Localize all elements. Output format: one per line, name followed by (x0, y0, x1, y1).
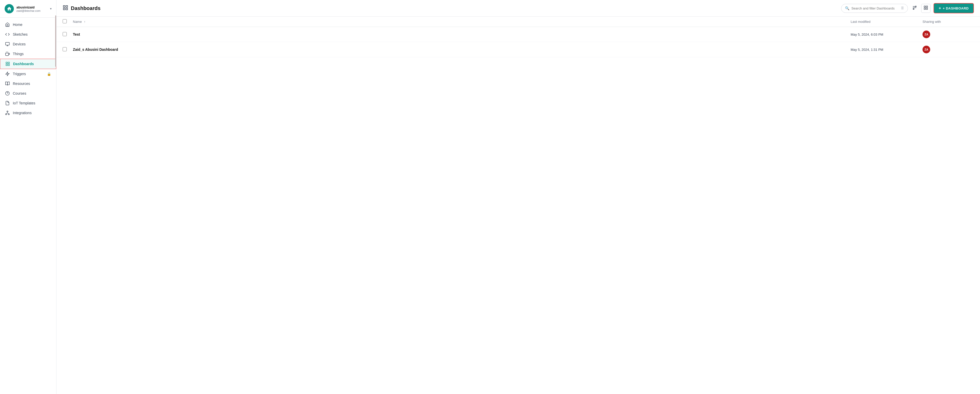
sidebar-item-sketches[interactable]: Sketches (0, 30, 56, 39)
filter-options-button[interactable] (911, 4, 918, 12)
row-1-checkbox-wrapper[interactable] (63, 32, 73, 37)
svg-rect-8 (6, 64, 7, 66)
main-content: Dashboards 🔍 + + DASHBOARD (56, 0, 980, 394)
row-2-name: Zaid_s Abusini Dashboard (73, 48, 851, 52)
iot-templates-icon (5, 101, 10, 105)
select-all-checkbox[interactable] (63, 19, 67, 23)
svg-line-17 (7, 113, 7, 114)
row-1-sharing: ZA (923, 30, 974, 38)
courses-icon (5, 91, 10, 96)
filter-icon[interactable] (900, 6, 904, 11)
user-email: zaid@ibtechar.com (16, 9, 48, 12)
sidebar: abusinizaid zaid@ibtechar.com ▾ Home Ske… (0, 0, 56, 394)
things-icon (5, 52, 10, 56)
select-all-checkbox-wrapper[interactable] (63, 19, 73, 24)
sidebar-item-label: Things (13, 52, 24, 56)
col-last-modified-header: Last modified (851, 20, 923, 24)
sidebar-item-label: Dashboards (13, 62, 34, 66)
sidebar-item-label: Triggers (13, 72, 26, 76)
row-2-checkbox-wrapper[interactable] (63, 47, 73, 52)
sidebar-item-iot-templates[interactable]: IoT Templates (0, 98, 56, 108)
resources-icon (5, 81, 10, 86)
username: abusinizaid (16, 5, 48, 9)
search-icon: 🔍 (845, 6, 850, 10)
svg-rect-9 (8, 64, 10, 66)
svg-marker-10 (6, 72, 9, 76)
row-2-avatar: ZA (923, 46, 930, 53)
svg-rect-21 (64, 8, 65, 10)
sidebar-item-resources[interactable]: Resources (0, 79, 56, 89)
search-input[interactable] (851, 6, 898, 10)
dashboards-icon (5, 62, 10, 66)
col-name-header[interactable]: Name ↑ (73, 20, 851, 24)
svg-point-13 (7, 111, 8, 112)
sidebar-item-triggers[interactable]: Triggers 🔒 (0, 69, 56, 79)
svg-rect-36 (924, 8, 925, 9)
svg-rect-22 (66, 8, 67, 10)
col-sharing-header: Sharing with (923, 20, 974, 24)
sidebar-item-label: IoT Templates (13, 101, 35, 105)
svg-line-18 (8, 113, 8, 114)
chevron-down-icon: ▾ (50, 7, 52, 11)
user-info: abusinizaid zaid@ibtechar.com (16, 5, 48, 12)
svg-rect-35 (926, 6, 928, 7)
nav-list: Home Sketches Devices Things (0, 18, 56, 120)
plus-icon: + (939, 6, 941, 11)
triggers-icon (5, 71, 10, 76)
svg-rect-19 (64, 5, 65, 7)
user-profile[interactable]: abusinizaid zaid@ibtechar.com ▾ (0, 0, 56, 18)
svg-point-32 (915, 6, 916, 7)
devices-icon (5, 42, 10, 46)
sidebar-item-devices[interactable]: Devices (0, 39, 56, 49)
add-dashboard-button[interactable]: + + DASHBOARD (934, 3, 974, 13)
row-1-last-modified: May 5, 2024, 6:03 PM (851, 33, 923, 37)
sidebar-item-dashboards[interactable]: Dashboards (0, 59, 56, 69)
sidebar-item-label: Sketches (13, 32, 28, 37)
scrollbar[interactable] (55, 15, 56, 67)
add-dashboard-label: + DASHBOARD (943, 6, 969, 10)
view-toggle-button[interactable] (921, 4, 931, 13)
sidebar-item-label: Resources (13, 81, 30, 86)
table-row[interactable]: Zaid_s Abusini Dashboard May 5, 2024, 1:… (56, 42, 980, 57)
row-2-sharing: ZA (923, 46, 974, 53)
row-2-last-modified: May 5, 2024, 1:31 PM (851, 48, 923, 52)
table-row[interactable]: Test May 5, 2024, 6:03 PM ZA (56, 27, 980, 42)
lock-icon: 🔒 (47, 72, 51, 76)
svg-rect-7 (8, 62, 10, 64)
header-title-area: Dashboards (63, 5, 838, 12)
sort-arrow-icon: ↑ (84, 20, 86, 24)
page-title: Dashboards (71, 5, 100, 11)
svg-rect-20 (66, 5, 67, 7)
home-icon (5, 22, 10, 27)
row-1-checkbox[interactable] (63, 32, 67, 36)
sidebar-item-courses[interactable]: Courses (0, 89, 56, 98)
sidebar-item-label: Devices (13, 42, 25, 46)
row-1-avatar: ZA (923, 30, 930, 38)
row-1-name: Test (73, 32, 851, 37)
table-area: Name ↑ Last modified Sharing with Test M… (56, 17, 980, 394)
sidebar-item-things[interactable]: Things (0, 49, 56, 59)
sidebar-item-label: Integrations (13, 111, 32, 115)
sketches-icon (5, 32, 10, 37)
row-2-checkbox[interactable] (63, 47, 67, 51)
avatar (5, 4, 14, 13)
svg-rect-6 (6, 62, 7, 64)
sidebar-item-integrations[interactable]: Integrations (0, 108, 56, 118)
svg-rect-37 (926, 8, 928, 9)
header: Dashboards 🔍 + + DASHBOARD (56, 0, 980, 17)
search-bar[interactable]: 🔍 (841, 4, 908, 13)
sidebar-item-label: Home (13, 22, 22, 27)
svg-rect-34 (924, 6, 925, 7)
integrations-icon (5, 111, 10, 115)
svg-rect-0 (6, 42, 10, 45)
table-header: Name ↑ Last modified Sharing with (56, 17, 980, 27)
sidebar-item-label: Courses (13, 91, 26, 95)
dashboards-header-icon (63, 5, 68, 12)
sidebar-item-home[interactable]: Home (0, 20, 56, 30)
